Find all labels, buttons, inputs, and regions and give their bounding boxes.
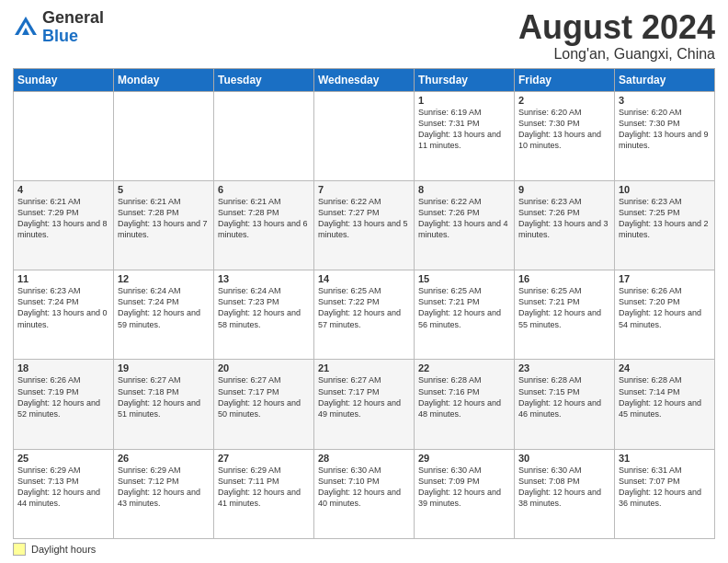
day-number: 16 — [518, 273, 610, 284]
day-cell: 14Sunrise: 6:25 AM Sunset: 7:22 PM Dayli… — [314, 270, 415, 360]
day-number: 21 — [318, 362, 410, 373]
day-info: Sunrise: 6:23 AM Sunset: 7:26 PM Dayligh… — [518, 196, 610, 241]
day-number: 7 — [318, 184, 410, 195]
day-cell: 25Sunrise: 6:29 AM Sunset: 7:13 PM Dayli… — [14, 449, 114, 538]
day-cell: 12Sunrise: 6:24 AM Sunset: 7:24 PM Dayli… — [114, 270, 214, 360]
day-header-wednesday: Wednesday — [314, 68, 415, 91]
day-info: Sunrise: 6:28 AM Sunset: 7:15 PM Dayligh… — [518, 374, 610, 419]
page: General Blue August 2024 Long'an, Guangx… — [0, 0, 728, 563]
subtitle: Long'an, Guangxi, China — [518, 46, 715, 63]
day-info: Sunrise: 6:30 AM Sunset: 7:08 PM Dayligh… — [518, 465, 610, 510]
day-cell: 23Sunrise: 6:28 AM Sunset: 7:15 PM Dayli… — [515, 360, 615, 449]
day-cell: 29Sunrise: 6:30 AM Sunset: 7:09 PM Dayli… — [415, 449, 515, 538]
day-info: Sunrise: 6:22 AM Sunset: 7:27 PM Dayligh… — [318, 196, 410, 241]
day-info: Sunrise: 6:22 AM Sunset: 7:26 PM Dayligh… — [418, 196, 510, 241]
day-number: 3 — [619, 95, 711, 106]
day-cell: 19Sunrise: 6:27 AM Sunset: 7:18 PM Dayli… — [114, 360, 214, 449]
day-cell: 18Sunrise: 6:26 AM Sunset: 7:19 PM Dayli… — [14, 360, 114, 449]
day-info: Sunrise: 6:23 AM Sunset: 7:24 PM Dayligh… — [17, 285, 109, 330]
day-info: Sunrise: 6:23 AM Sunset: 7:25 PM Dayligh… — [619, 196, 711, 241]
day-info: Sunrise: 6:28 AM Sunset: 7:14 PM Dayligh… — [619, 374, 711, 419]
logo-blue-text: Blue — [42, 28, 104, 46]
day-cell: 7Sunrise: 6:22 AM Sunset: 7:27 PM Daylig… — [314, 180, 415, 270]
logo-icon — [13, 15, 39, 40]
week-row-5: 25Sunrise: 6:29 AM Sunset: 7:13 PM Dayli… — [14, 449, 715, 538]
day-header-friday: Friday — [515, 68, 615, 91]
day-number: 30 — [518, 453, 610, 464]
day-info: Sunrise: 6:20 AM Sunset: 7:30 PM Dayligh… — [518, 107, 610, 152]
day-cell: 26Sunrise: 6:29 AM Sunset: 7:12 PM Dayli… — [114, 449, 214, 538]
legend: Daylight hours — [13, 543, 715, 556]
day-number: 15 — [418, 273, 510, 284]
day-number: 20 — [218, 362, 310, 373]
day-cell: 13Sunrise: 6:24 AM Sunset: 7:23 PM Dayli… — [214, 270, 314, 360]
day-info: Sunrise: 6:19 AM Sunset: 7:31 PM Dayligh… — [418, 107, 510, 152]
day-header-saturday: Saturday — [615, 68, 715, 91]
week-row-1: 1Sunrise: 6:19 AM Sunset: 7:31 PM Daylig… — [14, 91, 715, 180]
day-cell: 1Sunrise: 6:19 AM Sunset: 7:31 PM Daylig… — [415, 91, 515, 180]
day-cell: 6Sunrise: 6:21 AM Sunset: 7:28 PM Daylig… — [214, 180, 314, 270]
day-info: Sunrise: 6:25 AM Sunset: 7:21 PM Dayligh… — [418, 285, 510, 330]
day-number: 18 — [17, 362, 109, 373]
calendar-table: SundayMondayTuesdayWednesdayThursdayFrid… — [13, 68, 715, 539]
day-cell: 28Sunrise: 6:30 AM Sunset: 7:10 PM Dayli… — [314, 449, 415, 538]
day-info: Sunrise: 6:24 AM Sunset: 7:23 PM Dayligh… — [218, 285, 310, 330]
day-number: 24 — [619, 362, 711, 373]
day-number: 31 — [619, 453, 711, 464]
day-info: Sunrise: 6:30 AM Sunset: 7:10 PM Dayligh… — [318, 465, 410, 510]
day-cell: 31Sunrise: 6:31 AM Sunset: 7:07 PM Dayli… — [615, 449, 715, 538]
day-cell: 5Sunrise: 6:21 AM Sunset: 7:28 PM Daylig… — [114, 180, 214, 270]
day-number: 25 — [17, 453, 109, 464]
day-number: 8 — [418, 184, 510, 195]
day-cell: 10Sunrise: 6:23 AM Sunset: 7:25 PM Dayli… — [615, 180, 715, 270]
day-info: Sunrise: 6:21 AM Sunset: 7:28 PM Dayligh… — [118, 196, 210, 241]
day-info: Sunrise: 6:29 AM Sunset: 7:11 PM Dayligh… — [218, 465, 310, 510]
day-number: 26 — [118, 453, 210, 464]
legend-label: Daylight hours — [31, 544, 96, 555]
day-cell: 30Sunrise: 6:30 AM Sunset: 7:08 PM Dayli… — [515, 449, 615, 538]
logo-text: General Blue — [42, 9, 104, 46]
day-number: 4 — [17, 184, 109, 195]
day-number: 23 — [518, 362, 610, 373]
day-info: Sunrise: 6:21 AM Sunset: 7:28 PM Dayligh… — [218, 196, 310, 241]
day-number: 17 — [619, 273, 711, 284]
day-info: Sunrise: 6:20 AM Sunset: 7:30 PM Dayligh… — [619, 107, 711, 152]
day-info: Sunrise: 6:30 AM Sunset: 7:09 PM Dayligh… — [418, 465, 510, 510]
logo: General Blue — [13, 9, 104, 46]
day-info: Sunrise: 6:21 AM Sunset: 7:29 PM Dayligh… — [17, 196, 109, 241]
day-info: Sunrise: 6:26 AM Sunset: 7:19 PM Dayligh… — [17, 374, 109, 419]
day-number: 14 — [318, 273, 410, 284]
day-number: 9 — [518, 184, 610, 195]
day-header-sunday: Sunday — [14, 68, 114, 91]
day-info: Sunrise: 6:26 AM Sunset: 7:20 PM Dayligh… — [619, 285, 711, 330]
day-cell: 11Sunrise: 6:23 AM Sunset: 7:24 PM Dayli… — [14, 270, 114, 360]
day-cell: 16Sunrise: 6:25 AM Sunset: 7:21 PM Dayli… — [515, 270, 615, 360]
day-number: 6 — [218, 184, 310, 195]
day-cell — [314, 91, 415, 180]
day-cell: 9Sunrise: 6:23 AM Sunset: 7:26 PM Daylig… — [515, 180, 615, 270]
day-cell: 27Sunrise: 6:29 AM Sunset: 7:11 PM Dayli… — [214, 449, 314, 538]
day-info: Sunrise: 6:27 AM Sunset: 7:18 PM Dayligh… — [118, 374, 210, 419]
main-title: August 2024 — [518, 9, 715, 46]
day-cell — [114, 91, 214, 180]
day-number: 22 — [418, 362, 510, 373]
day-number: 10 — [619, 184, 711, 195]
day-cell: 21Sunrise: 6:27 AM Sunset: 7:17 PM Dayli… — [314, 360, 415, 449]
day-cell — [14, 91, 114, 180]
day-header-thursday: Thursday — [415, 68, 515, 91]
day-number: 13 — [218, 273, 310, 284]
day-number: 11 — [17, 273, 109, 284]
title-block: August 2024 Long'an, Guangxi, China — [518, 9, 715, 63]
day-cell: 22Sunrise: 6:28 AM Sunset: 7:16 PM Dayli… — [415, 360, 515, 449]
day-number: 1 — [418, 95, 510, 106]
day-info: Sunrise: 6:28 AM Sunset: 7:16 PM Dayligh… — [418, 374, 510, 419]
week-row-3: 11Sunrise: 6:23 AM Sunset: 7:24 PM Dayli… — [14, 270, 715, 360]
day-cell: 8Sunrise: 6:22 AM Sunset: 7:26 PM Daylig… — [415, 180, 515, 270]
day-info: Sunrise: 6:25 AM Sunset: 7:22 PM Dayligh… — [318, 285, 410, 330]
day-number: 19 — [118, 362, 210, 373]
day-header-row: SundayMondayTuesdayWednesdayThursdayFrid… — [14, 68, 715, 91]
day-cell: 20Sunrise: 6:27 AM Sunset: 7:17 PM Dayli… — [214, 360, 314, 449]
day-number: 2 — [518, 95, 610, 106]
legend-box — [13, 543, 26, 556]
day-number: 28 — [318, 453, 410, 464]
